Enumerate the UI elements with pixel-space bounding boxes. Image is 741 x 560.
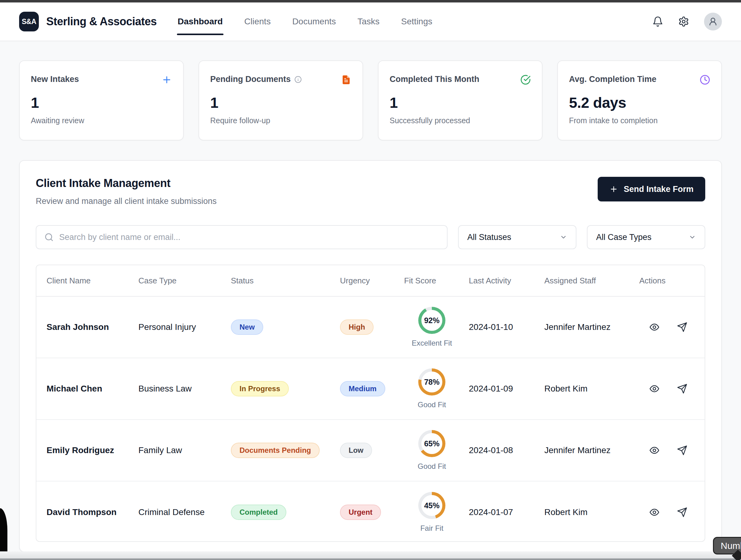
col-header-urgency: Urgency bbox=[340, 276, 404, 286]
app-header: S&A Sterling & Associates Dashboard Clie… bbox=[0, 2, 741, 41]
nav-item-clients[interactable]: Clients bbox=[244, 2, 272, 41]
send-plane-icon[interactable] bbox=[677, 445, 687, 456]
nav-item-documents[interactable]: Documents bbox=[291, 2, 337, 41]
view-eye-icon[interactable] bbox=[649, 507, 660, 517]
status-filter-select[interactable]: All Statuses bbox=[458, 225, 577, 249]
stat-card-new-intakes: New Intakes 1 Awaiting review bbox=[19, 60, 184, 141]
stat-subtext: Require follow-up bbox=[210, 116, 351, 125]
screen-bottom-edge bbox=[0, 551, 741, 560]
stat-label: Pending Documents bbox=[210, 75, 302, 84]
os-tooltip-text: Numl bbox=[721, 541, 741, 551]
fit-score-value: 78% bbox=[421, 372, 442, 392]
view-eye-icon[interactable] bbox=[649, 322, 660, 332]
stat-value: 1 bbox=[390, 94, 531, 111]
stat-subtext: Awaiting review bbox=[31, 116, 172, 125]
file-text-icon bbox=[341, 75, 351, 86]
last-activity: 2024-01-10 bbox=[469, 322, 544, 332]
nav-item-tasks[interactable]: Tasks bbox=[357, 2, 380, 41]
nav-item-dashboard[interactable]: Dashboard bbox=[177, 2, 223, 41]
last-activity: 2024-01-09 bbox=[469, 384, 544, 394]
fit-score-label: Excellent Fit bbox=[412, 339, 452, 347]
assigned-staff: Robert Kim bbox=[544, 384, 639, 394]
status-filter-value: All Statuses bbox=[467, 233, 512, 242]
person-icon bbox=[708, 17, 718, 26]
stat-label: Avg. Completion Time bbox=[569, 75, 657, 84]
row-actions bbox=[639, 445, 704, 456]
intake-table: Client Name Case Type Status Urgency Fit… bbox=[36, 264, 705, 542]
row-actions bbox=[639, 507, 704, 517]
client-name: Emily Rodriguez bbox=[47, 446, 138, 455]
stat-value: 1 bbox=[31, 94, 172, 111]
stat-card-completed: Completed This Month 1 Successfully proc… bbox=[378, 60, 542, 141]
table-row: David Thompson Criminal Defense Complete… bbox=[37, 481, 704, 542]
fit-score-value: 65% bbox=[421, 433, 442, 454]
col-header-actions: Actions bbox=[639, 276, 704, 286]
search-box bbox=[36, 225, 448, 249]
bell-icon[interactable] bbox=[652, 16, 663, 27]
urgency-badge: Urgent bbox=[340, 504, 381, 520]
table-row: Sarah Johnson Personal Injury New High 9… bbox=[37, 297, 704, 358]
fit-score: 65% Good Fit bbox=[404, 430, 460, 471]
stat-label: Completed This Month bbox=[390, 75, 479, 84]
plus-icon bbox=[161, 75, 172, 86]
stat-label-text: Pending Documents bbox=[210, 75, 291, 84]
table-row: Michael Chen Business Law In Progress Me… bbox=[37, 358, 704, 420]
nav-item-settings[interactable]: Settings bbox=[400, 2, 433, 41]
fit-score-label: Good Fit bbox=[418, 400, 446, 409]
status-badge: In Progress bbox=[231, 381, 289, 396]
client-name: Sarah Johnson bbox=[47, 322, 138, 332]
urgency-badge: Low bbox=[340, 443, 372, 458]
chevron-down-icon bbox=[689, 234, 696, 241]
main-nav: Dashboard Clients Documents Tasks Settin… bbox=[177, 2, 453, 41]
fit-score-label: Fair Fit bbox=[420, 524, 444, 533]
fit-score-ring: 45% bbox=[418, 492, 446, 519]
send-intake-form-label: Send Intake Form bbox=[623, 184, 693, 194]
user-avatar[interactable] bbox=[704, 13, 722, 30]
case-type: Personal Injury bbox=[138, 322, 231, 332]
assigned-staff: Jennifer Martinez bbox=[544, 322, 639, 332]
os-top-strip bbox=[0, 0, 741, 2]
stat-subtext: Successfully processed bbox=[390, 116, 531, 125]
col-header-assigned-staff: Assigned Staff bbox=[544, 276, 639, 286]
fit-score: 78% Good Fit bbox=[404, 369, 460, 409]
assigned-staff: Jennifer Martinez bbox=[544, 446, 639, 455]
last-activity: 2024-01-08 bbox=[469, 446, 544, 455]
view-eye-icon[interactable] bbox=[649, 384, 660, 394]
last-activity: 2024-01-07 bbox=[469, 507, 544, 517]
case-type-filter-select[interactable]: All Case Types bbox=[587, 225, 705, 249]
status-badge: Completed bbox=[231, 504, 286, 520]
stat-card-completion-time: Avg. Completion Time 5.2 days From intak… bbox=[557, 60, 722, 141]
col-header-last-activity: Last Activity bbox=[469, 276, 544, 286]
case-type: Family Law bbox=[138, 446, 231, 455]
view-eye-icon[interactable] bbox=[649, 445, 660, 456]
search-input[interactable] bbox=[59, 233, 439, 242]
send-plane-icon[interactable] bbox=[677, 507, 687, 517]
col-header-fit-score: Fit Score bbox=[404, 276, 469, 286]
send-plane-icon[interactable] bbox=[677, 384, 687, 394]
fit-score: 45% Fair Fit bbox=[404, 492, 460, 533]
stat-card-pending-documents: Pending Documents 1 Require follow-up bbox=[199, 60, 363, 141]
chevron-down-icon bbox=[560, 234, 567, 241]
col-header-client-name: Client Name bbox=[47, 276, 138, 286]
case-type: Criminal Defense bbox=[138, 507, 231, 517]
stat-value: 5.2 days bbox=[569, 94, 710, 111]
stat-subtext: From intake to completion bbox=[569, 116, 710, 125]
brand-name: Sterling & Associates bbox=[46, 15, 156, 28]
stat-cards: New Intakes 1 Awaiting review Pending Do… bbox=[19, 60, 722, 141]
fit-score-value: 92% bbox=[421, 310, 442, 331]
table-header-row: Client Name Case Type Status Urgency Fit… bbox=[37, 265, 704, 297]
row-actions bbox=[639, 322, 704, 332]
os-numlock-tooltip: Numl bbox=[713, 537, 741, 554]
client-name: Michael Chen bbox=[47, 384, 138, 394]
info-icon[interactable] bbox=[294, 76, 302, 83]
gear-icon[interactable] bbox=[678, 16, 689, 27]
client-name: David Thompson bbox=[47, 507, 138, 517]
col-header-case-type: Case Type bbox=[138, 276, 231, 286]
assigned-staff: Robert Kim bbox=[544, 507, 639, 517]
send-intake-form-button[interactable]: Send Intake Form bbox=[598, 177, 705, 202]
check-circle-icon bbox=[520, 75, 531, 86]
logo: S&A bbox=[19, 12, 39, 31]
stat-value: 1 bbox=[210, 94, 351, 111]
search-icon bbox=[44, 233, 54, 242]
send-plane-icon[interactable] bbox=[677, 322, 687, 332]
